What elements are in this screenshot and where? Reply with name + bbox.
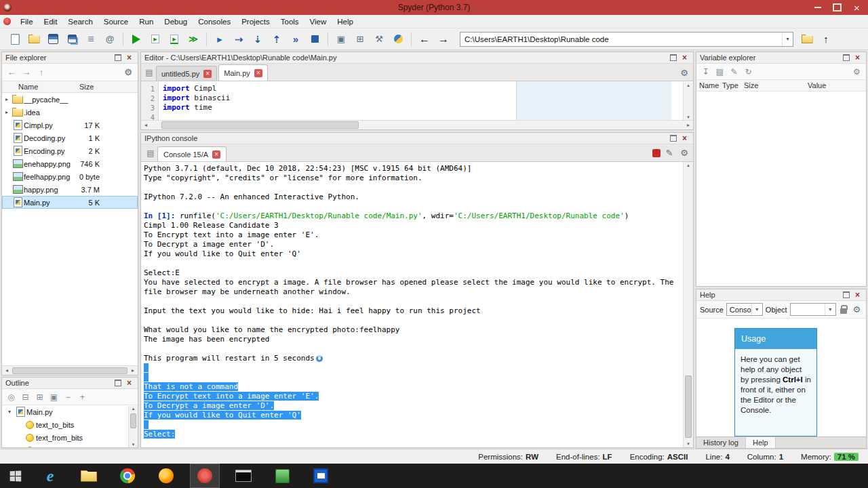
file-switcher-button[interactable] [82,30,100,47]
undock-icon[interactable] [113,379,123,388]
expand-all-icon[interactable]: ⊞ [33,390,46,403]
menu-run[interactable]: Run [134,16,159,27]
file-row-.idea[interactable]: ▸.idea [2,106,138,119]
scroll-left-icon[interactable]: ◂ [141,122,151,128]
browse-tabs-icon[interactable]: ▤ [142,66,156,79]
file-explorer-hscrollbar[interactable]: ◂ ▸ [2,365,138,375]
editor-code-area[interactable]: 1234 import Cimplimport binasciiimport t… [141,81,683,120]
stop-debug-button[interactable] [306,30,323,47]
close-pane-icon[interactable] [679,54,690,62]
taskbar-chrome[interactable] [113,464,142,488]
chevron-down-icon[interactable]: ▾ [782,33,793,46]
undock-icon[interactable] [113,54,123,62]
save-button[interactable] [44,30,62,47]
scroll-down-icon[interactable]: ▾ [687,115,690,120]
editor-tab-Main.py[interactable]: Main.py [218,64,268,81]
options-gear-icon[interactable]: ⚙ [678,147,690,159]
menu-tools[interactable]: Tools [275,16,304,27]
close-button[interactable] [847,0,867,15]
restore-icon[interactable]: ▣ [47,390,60,403]
close-pane-icon[interactable] [852,291,863,300]
editor-tab-untitled5.py[interactable]: untitled5.py [156,66,217,81]
scroll-up-icon[interactable]: ▴ [684,163,693,168]
console-output[interactable]: Python 3.7.1 (default, Dec 10 2018, 22:5… [141,162,683,447]
forward-button[interactable] [435,30,452,47]
file-row-Cimpl.py[interactable]: Cimpl.py17 K [2,119,138,131]
scroll-thumb[interactable] [130,413,136,428]
options-gear-icon[interactable]: ⚙ [121,66,135,79]
column-header-size[interactable]: Size [79,83,138,91]
source-select[interactable]: Console ▾ [726,303,763,316]
go-up-button[interactable] [817,30,835,47]
scroll-track[interactable] [151,121,684,129]
chevron-down-icon[interactable]: ▾ [751,304,762,315]
menu-help[interactable]: Help [332,16,359,27]
outline-item[interactable] [2,444,138,448]
browse-tabs-icon[interactable]: ▤ [144,146,157,160]
file-row-Decoding.py[interactable]: Decoding.py1 K [2,131,138,144]
refresh-icon[interactable]: ↻ [742,65,755,78]
column-header-value[interactable]: Value [808,81,866,89]
menu-consoles[interactable]: Consoles [193,16,236,27]
open-file-button[interactable] [25,30,43,47]
expander-icon[interactable]: ▸ [2,96,12,102]
tab-help[interactable]: Help [746,437,776,448]
taskbar-window-app[interactable] [306,464,336,488]
options-gear-icon[interactable]: ⚙ [851,304,863,316]
column-header-name[interactable]: Name [696,81,722,89]
maximize-button[interactable] [827,0,847,15]
close-pane-icon[interactable] [679,134,690,143]
interrupt-kernel-icon[interactable] [652,149,660,157]
menu-view[interactable]: View [304,16,332,27]
undock-icon[interactable] [841,291,851,300]
menu-search[interactable]: Search [62,16,98,27]
lock-icon[interactable] [840,308,847,314]
run-cell-advance-button[interactable] [165,30,183,47]
taskbar-terminal[interactable] [229,464,258,488]
edit-icon[interactable]: ✎ [663,147,675,159]
continue-button[interactable] [287,30,304,47]
parent-directory-icon[interactable]: ↑ [35,66,48,79]
undock-icon[interactable] [668,54,678,62]
run-cell-button[interactable] [146,30,164,47]
browse-working-directory-button[interactable] [798,30,816,47]
file-row-enehappy.png[interactable]: enehappy.png746 K [2,157,138,170]
chevron-down-icon[interactable]: ▾ [825,304,835,315]
taskbar-chart-app[interactable] [267,464,297,488]
object-select[interactable]: ▾ [790,303,836,316]
scroll-down-icon[interactable]: ▾ [129,442,138,447]
step-return-button[interactable] [268,30,285,47]
next-icon[interactable]: → [20,66,33,79]
run-button[interactable] [127,30,145,47]
import-data-icon[interactable]: ↧ [699,65,712,78]
scroll-right-icon[interactable]: ▸ [684,122,693,128]
menu-projects[interactable]: Projects [236,16,275,27]
options-gear-icon[interactable]: ⚙ [850,65,863,78]
scroll-up-icon[interactable]: ▴ [687,83,690,88]
scroll-thumb[interactable] [12,367,127,374]
preferences-button[interactable] [370,30,388,47]
editor-vscrollbar[interactable]: ▴ ▾ [683,82,693,121]
expander-icon[interactable]: ▸ [2,109,12,115]
save-data-icon[interactable]: ▤ [713,65,726,78]
column-header-size[interactable]: Size [744,81,808,89]
collapse-section-icon[interactable]: − [62,390,75,403]
column-header-name[interactable]: Name [2,83,79,91]
close-pane-icon[interactable] [852,54,863,62]
expand-section-icon[interactable]: + [76,390,89,403]
file-row-Main.py[interactable]: Main.py5 K [2,196,138,209]
console-tab[interactable]: Console 15/A [157,146,226,161]
scroll-thumb[interactable] [685,375,692,438]
options-gear-icon[interactable]: ⚙ [678,66,690,79]
collapse-all-icon[interactable]: ⊟ [19,390,32,403]
expander-icon[interactable]: ▾ [5,409,14,415]
scroll-down-icon[interactable]: ▾ [684,441,693,447]
tab-close-icon[interactable] [212,150,220,159]
save-all-button[interactable] [63,30,81,47]
menu-source[interactable]: Source [98,16,134,27]
tab-close-icon[interactable] [203,70,212,78]
console-vscrollbar[interactable]: ▴ ▾ [683,162,693,447]
python-path-button[interactable] [389,30,407,47]
outline-vscrollbar[interactable]: ▴ ▾ [128,406,138,447]
file-row-Encoding.py[interactable]: Encoding.py2 K [2,144,138,157]
